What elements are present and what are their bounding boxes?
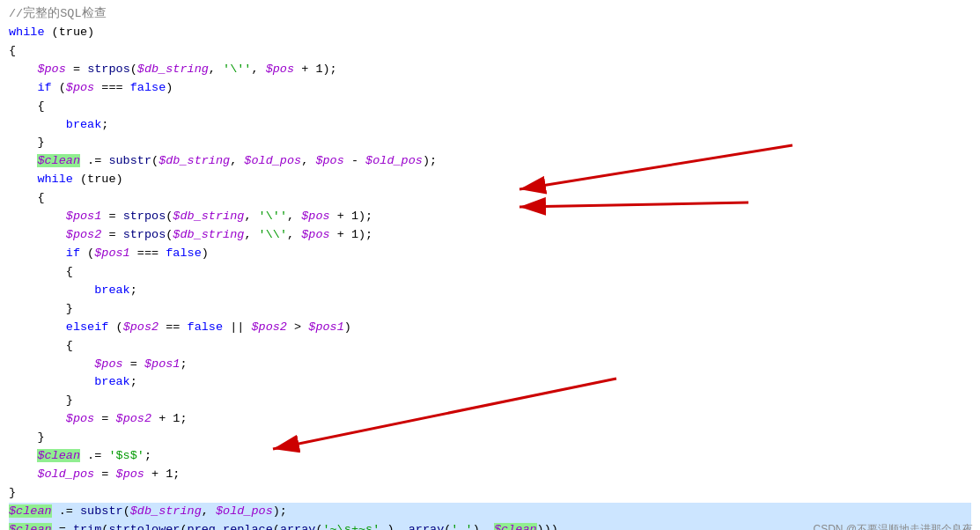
- line-4: $pos = strpos($db_string, '\'', $pos + 1…: [9, 61, 971, 79]
- line-24: }: [9, 429, 971, 447]
- line-2: while (true): [9, 24, 971, 42]
- code-block: //完整的SQL检查 while (true) { $pos = strpos(…: [9, 5, 971, 530]
- line-7: break;: [9, 116, 971, 135]
- line-5: if ($pos === false): [9, 79, 971, 98]
- line-20: $pos = $pos1;: [9, 356, 971, 374]
- line-19: {: [9, 337, 971, 356]
- line-9: $clean .= substr($db_string, $old_pos, $…: [9, 152, 971, 171]
- code-container: //完整的SQL检查 while (true) { $pos = strpos(…: [0, 0, 980, 530]
- line-16: break;: [9, 282, 971, 300]
- line-27: }: [9, 484, 971, 503]
- line-1: //完整的SQL检查: [9, 5, 971, 24]
- line-3: {: [9, 42, 971, 61]
- line-25: $clean .= '$s$';: [9, 447, 971, 466]
- line-12: $pos1 = strpos($db_string, '\'', $pos + …: [9, 208, 971, 226]
- line-26: $old_pos = $pos + 1;: [9, 466, 971, 484]
- line-28: $clean .= substr($db_string, $old_pos);: [9, 503, 971, 521]
- line-6: {: [9, 98, 971, 116]
- line-17: }: [9, 300, 971, 319]
- line-18: elseif ($pos2 == false || $pos2 > $pos1): [9, 319, 971, 337]
- watermark: CSDN @不要温顺地走进那个良夜: [813, 521, 973, 530]
- line-14: if ($pos1 === false): [9, 245, 971, 263]
- line-21: break;: [9, 373, 971, 392]
- line-10: while (true): [9, 171, 971, 189]
- line-11: {: [9, 189, 971, 208]
- line-22: }: [9, 392, 971, 410]
- line-8: }: [9, 134, 971, 152]
- line-23: $pos = $pos2 + 1;: [9, 410, 971, 429]
- line-13: $pos2 = strpos($db_string, '\\', $pos + …: [9, 226, 971, 245]
- line-15: {: [9, 263, 971, 282]
